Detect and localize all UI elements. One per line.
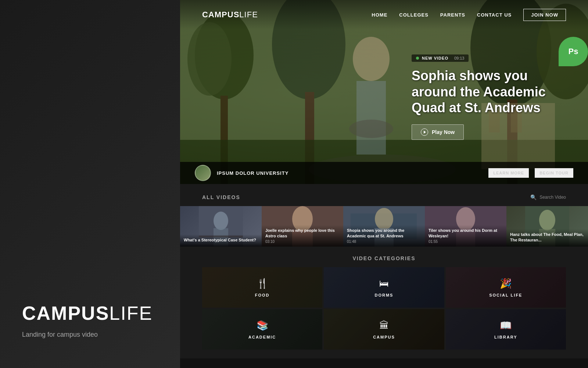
- food-icon: 🍴: [257, 278, 268, 289]
- all-videos-header: ALL VIDEOS 🔍 Search Video: [180, 191, 588, 206]
- badge-time: 09:13: [454, 56, 465, 60]
- play-text: Play Now: [432, 129, 455, 135]
- svg-rect-15: [356, 81, 386, 155]
- svg-point-32: [539, 210, 555, 230]
- svg-point-14: [353, 37, 390, 81]
- badge-text: New Video: [422, 56, 448, 60]
- thumb-title-1: What's a Stereotypical Case Student?: [184, 237, 258, 243]
- category-library[interactable]: 📖 LIBRARY: [446, 309, 566, 350]
- badge-dot: [416, 57, 419, 60]
- left-logo-campus: CAMPUS: [22, 302, 109, 324]
- video-thumb-1[interactable]: What's a Stereotypical Case Student?: [180, 206, 262, 247]
- library-icon: 📖: [500, 320, 512, 331]
- nav: CAMPUSLIFE HOME COLLEGES PARENTS CONTACT…: [180, 0, 588, 29]
- nav-logo: CAMPUSLIFE: [202, 10, 258, 20]
- academic-label: ACADEMIC: [248, 335, 276, 339]
- video-thumb-3[interactable]: Shopia shows you around the Academic qua…: [343, 206, 425, 247]
- video-thumb-4[interactable]: Tiler shows you around his Dorm at Wesle…: [425, 206, 506, 247]
- thumb-title-4: Tiler shows you around his Dorm at Wesle…: [429, 228, 503, 238]
- play-triangle: [424, 131, 426, 134]
- hero-bottom-bar: IPSUM DOLOR UNIVERSITY LEARN MORE BEGIN …: [180, 162, 588, 184]
- join-now-button[interactable]: JOIN NOW: [523, 9, 566, 21]
- dorms-icon: 🛏: [379, 278, 389, 289]
- nav-link-parents[interactable]: PARENTS: [440, 12, 465, 18]
- thumb-overlay-1: What's a Stereotypical Case Student?: [180, 234, 262, 247]
- nav-logo-life: LIFE: [239, 10, 258, 19]
- category-campus[interactable]: 🏛 CAMPUS: [324, 309, 444, 350]
- thumb-title-3: Shopia shows you around the Academic qua…: [347, 228, 421, 238]
- video-strip: What's a Stereotypical Case Student? Joe…: [180, 206, 588, 247]
- categories-section: VIDEO CATEGORIES 🍴 FOOD 🛏 DORMS 🎉 SOCIAL…: [180, 247, 588, 358]
- left-logo: CAMPUSLIFE: [22, 302, 158, 324]
- nav-logo-campus: CAMPUS: [202, 10, 239, 19]
- university-info: IPSUM DOLOR UNIVERSITY: [195, 165, 488, 181]
- begin-tour-button[interactable]: BEGIN TOUR: [535, 168, 573, 178]
- thumb-title-2: Joelle explains why people love this Ast…: [265, 228, 340, 238]
- thumb-overlay-4: Tiler shows you around his Dorm at Wesle…: [425, 225, 506, 247]
- thumb-overlay-2: Joelle explains why people love this Ast…: [262, 225, 343, 247]
- learn-more-button[interactable]: LEARN MORE: [488, 168, 529, 178]
- thumb-overlay-5: Hanz talks about The Food, Meal Plan, Th…: [506, 229, 588, 247]
- left-tagline: Landing for campus video: [22, 331, 158, 339]
- svg-point-2: [187, 22, 232, 96]
- ps-badge: Ps: [559, 37, 588, 66]
- left-logo-life: LIFE: [109, 302, 153, 324]
- category-food[interactable]: 🍴 FOOD: [202, 267, 322, 308]
- food-label: FOOD: [255, 293, 270, 297]
- search-area[interactable]: 🔍 Search Video: [530, 194, 566, 200]
- thumb-duration-2: 03:10: [265, 240, 340, 244]
- video-thumb-5[interactable]: Hanz talks about The Food, Meal Plan, Th…: [506, 206, 588, 247]
- dorms-label: DORMS: [375, 293, 394, 297]
- svg-point-16: [349, 120, 393, 138]
- campus-label: CAMPUS: [373, 335, 395, 339]
- thumb-duration-3: 01:48: [347, 240, 421, 244]
- nav-link-colleges[interactable]: COLLEGES: [399, 12, 429, 18]
- ps-text: Ps: [569, 47, 578, 56]
- university-name: IPSUM DOLOR UNIVERSITY: [217, 170, 288, 176]
- new-video-badge: New Video 09:13: [412, 54, 469, 62]
- social-label: SOCIAL LIFE: [489, 293, 522, 297]
- campus-icon: 🏛: [379, 320, 389, 331]
- categories-grid: 🍴 FOOD 🛏 DORMS 🎉 SOCIAL LIFE 📚 ACADEMIC …: [180, 267, 588, 350]
- nav-link-home[interactable]: HOME: [372, 12, 387, 18]
- library-label: LIBRARY: [494, 335, 517, 339]
- social-icon: 🎉: [500, 278, 512, 289]
- thumb-overlay-3: Shopia shows you around the Academic qua…: [343, 225, 425, 247]
- video-thumb-2[interactable]: Joelle explains why people love this Ast…: [262, 206, 343, 247]
- academic-icon: 📚: [257, 320, 268, 331]
- left-panel: CAMPUSLIFE Landing for campus video: [0, 0, 180, 368]
- hero-bottom-actions: LEARN MORE BEGIN TOUR: [488, 168, 573, 178]
- category-academic[interactable]: 📚 ACADEMIC: [202, 309, 322, 350]
- all-videos-section: ALL VIDEOS 🔍 Search Video What's a Stere…: [180, 184, 588, 247]
- search-label: Search Video: [539, 195, 566, 200]
- category-dorms[interactable]: 🛏 DORMS: [324, 267, 444, 308]
- categories-title: VIDEO CATEGORIES: [180, 255, 588, 261]
- hero-content: New Video 09:13 Sophia shows you around …: [412, 54, 566, 140]
- hero-section: CAMPUSLIFE HOME COLLEGES PARENTS CONTACT…: [180, 0, 588, 184]
- thumb-duration-4: 01:55: [429, 240, 503, 244]
- play-now-button[interactable]: Play Now: [412, 124, 464, 140]
- svg-point-18: [214, 212, 228, 230]
- nav-links: HOME COLLEGES PARENTS CONTACT US JOIN NO…: [372, 9, 566, 21]
- main-content: CAMPUSLIFE HOME COLLEGES PARENTS CONTACT…: [180, 0, 588, 368]
- category-social-life[interactable]: 🎉 SOCIAL LIFE: [446, 267, 566, 308]
- hero-title: Sophia shows you around the Academic Qua…: [412, 68, 566, 116]
- thumb-title-5: Hanz talks about The Food, Meal Plan, Th…: [510, 232, 584, 243]
- all-videos-title: ALL VIDEOS: [202, 194, 240, 200]
- search-icon: 🔍: [530, 194, 537, 200]
- university-avatar: [195, 165, 211, 181]
- play-icon: [421, 128, 428, 136]
- nav-link-contact[interactable]: CONTACT US: [477, 12, 512, 18]
